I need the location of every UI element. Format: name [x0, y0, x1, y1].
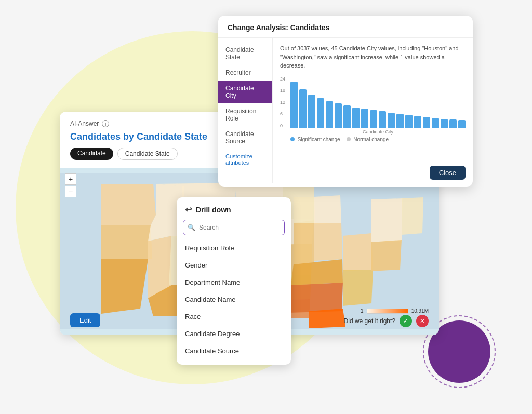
- state-sc: [343, 270, 373, 306]
- feedback-label: Did we get it right?: [344, 317, 395, 325]
- legend-min: 1: [361, 308, 364, 314]
- edit-button[interactable]: Edit: [70, 313, 100, 327]
- bar-19: [458, 120, 466, 128]
- drill-search-container: 🔍: [183, 220, 285, 235]
- bar-18: [449, 119, 457, 128]
- bar-17: [441, 119, 448, 128]
- chart-area: 24 18 12 6 0: [280, 76, 466, 128]
- y-label-0: 0: [280, 123, 285, 128]
- bar-0: [290, 82, 298, 128]
- search-input[interactable]: [183, 220, 285, 235]
- bar-8: [361, 109, 368, 128]
- bar-10: [379, 111, 386, 128]
- drill-item-candidate-source[interactable]: Candidate Source: [177, 342, 291, 359]
- tag-candidate-state[interactable]: Candidate State: [117, 148, 178, 160]
- bar-3: [317, 98, 324, 128]
- bar-16: [432, 118, 439, 128]
- chart-y-labels: 24 18 12 6 0: [280, 76, 287, 128]
- bars-wrapper: [290, 76, 466, 128]
- analysis-sidebar: Candidate State Recruiter Candidate City…: [218, 38, 273, 183]
- bar-1: [299, 89, 307, 128]
- state-il: [294, 220, 314, 264]
- state-ne-region: [371, 198, 403, 242]
- chart-legend: Significant change Normal change: [290, 137, 466, 142]
- bar-7: [352, 108, 360, 128]
- state-va-nc: [343, 233, 373, 271]
- state-or: [101, 225, 152, 259]
- map-legend: 1 10.91M: [361, 308, 429, 314]
- bar-4: [326, 101, 333, 128]
- drill-down-card: ↩ Drill down 🔍 Requisition Role Gender D…: [177, 197, 291, 365]
- y-label-12: 12: [280, 100, 285, 105]
- drill-item-candidate-name[interactable]: Candidate Name: [177, 291, 291, 308]
- bar-13: [405, 115, 413, 128]
- bar-15: [423, 117, 430, 128]
- info-icon[interactable]: i: [102, 120, 109, 127]
- y-label-18: 18: [280, 88, 285, 93]
- chart-x-label: Candidate City: [290, 129, 466, 135]
- legend-max: 10.91M: [411, 308, 429, 314]
- legend-significant-dot: [290, 137, 295, 141]
- state-new-england: [402, 197, 423, 235]
- analysis-title: Change Analysis: Candidates: [228, 23, 329, 32]
- analysis-description: Out of 3037 values, 45 Candidate City va…: [280, 44, 466, 70]
- legend-gradient: [367, 309, 408, 314]
- state-ga-fl: [309, 309, 345, 328]
- state-mi: [314, 195, 341, 224]
- bar-9: [370, 110, 377, 128]
- analysis-header: Change Analysis: Candidates: [218, 16, 473, 38]
- state-wi: [294, 197, 315, 223]
- drill-item-requisition-role[interactable]: Requisition Role: [177, 239, 291, 257]
- sidebar-item-candidate-city[interactable]: Candidate City: [218, 81, 272, 103]
- drill-item-gender[interactable]: Gender: [177, 257, 291, 274]
- y-label-6: 6: [280, 111, 285, 116]
- drill-down-title: Drill down: [196, 206, 231, 214]
- bar-14: [414, 116, 421, 128]
- drill-item-candidate-degree[interactable]: Candidate Degree: [177, 325, 291, 342]
- ai-answer-text: AI-Answer: [70, 120, 99, 127]
- legend-significant: Significant change: [290, 137, 340, 142]
- legend-normal-dot: [347, 137, 351, 141]
- state-in-oh: [314, 223, 342, 261]
- close-button[interactable]: Close: [430, 166, 466, 180]
- legend-normal: Normal change: [347, 137, 389, 142]
- tag-candidate[interactable]: Candidate: [70, 148, 113, 160]
- bar-2: [308, 95, 315, 128]
- sidebar-item-recruiter[interactable]: Recruiter: [218, 65, 272, 81]
- search-icon: 🔍: [188, 224, 195, 231]
- map-controls: + −: [65, 173, 76, 197]
- customize-attributes-link[interactable]: Customize attributes: [218, 149, 272, 170]
- drill-down-header: ↩ Drill down: [177, 205, 291, 220]
- bar-12: [396, 114, 404, 128]
- analysis-body: Candidate State Recruiter Candidate City…: [218, 38, 473, 183]
- drill-item-race[interactable]: Race: [177, 308, 291, 325]
- state-mid-atlantic: [371, 240, 402, 271]
- feedback-check-button[interactable]: ✓: [400, 315, 412, 327]
- bar-6: [343, 105, 351, 128]
- sidebar-item-candidate-source[interactable]: Candidate Source: [218, 126, 272, 149]
- drill-item-department-name[interactable]: Department Name: [177, 274, 291, 291]
- bar-5: [335, 103, 342, 128]
- feedback-bar: Did we get it right? ✓ ✕: [344, 315, 429, 327]
- drill-arrow-icon: ↩: [185, 205, 192, 215]
- feedback-x-button[interactable]: ✕: [416, 315, 429, 327]
- state-wa: [101, 184, 156, 225]
- change-analysis-card: Change Analysis: Candidates Candidate St…: [218, 16, 473, 187]
- analysis-content: Out of 3037 values, 45 Candidate City va…: [273, 38, 473, 183]
- zoom-out-button[interactable]: −: [65, 186, 76, 197]
- sidebar-item-candidate-state[interactable]: Candidate State: [218, 42, 272, 65]
- bar-11: [388, 113, 395, 128]
- sidebar-item-requisition-role[interactable]: Requisition Role: [218, 103, 272, 126]
- zoom-in-button[interactable]: +: [65, 173, 76, 185]
- bar-chart-container: 24 18 12 6 0 Candidate City Significant …: [280, 76, 466, 178]
- state-ms-al: [288, 283, 343, 313]
- y-label-24: 24: [280, 76, 285, 82]
